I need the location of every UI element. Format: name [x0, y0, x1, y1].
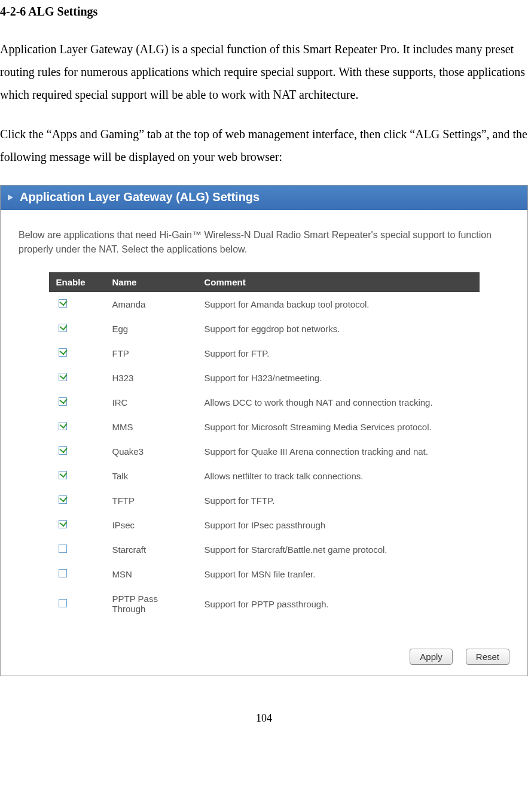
table-row: H323Support for H323/netmeeting. — [49, 366, 480, 390]
table-row: MMSSupport for Microsoft Streaming Media… — [49, 415, 480, 439]
comment-cell: Support for Amanda backup tool protocol. — [197, 292, 480, 317]
comment-cell: Allows netfilter to track talk connectio… — [197, 464, 480, 488]
alg-settings-screenshot: Application Layer Gateway (ALG) Settings… — [0, 185, 528, 676]
enable-cell — [49, 439, 105, 464]
enable-checkbox[interactable] — [59, 373, 67, 381]
name-cell: PPTP Pass Through — [105, 586, 197, 621]
table-row: TalkAllows netfilter to track talk conne… — [49, 464, 480, 488]
name-cell: IPsec — [105, 513, 197, 537]
enable-checkbox[interactable] — [59, 471, 67, 479]
panel-title-bar: Application Layer Gateway (ALG) Settings — [1, 185, 527, 210]
enable-checkbox[interactable] — [59, 348, 67, 357]
comment-cell: Support for H323/netmeeting. — [197, 366, 480, 390]
name-cell: IRC — [105, 390, 197, 415]
comment-cell: Support for TFTP. — [197, 488, 480, 513]
enable-cell — [49, 415, 105, 439]
reset-button[interactable]: Reset — [466, 649, 509, 665]
comment-cell: Support for Microsoft Streaming Media Se… — [197, 415, 480, 439]
section-heading: 4-2-6 ALG Settings — [0, 0, 528, 21]
table-row: Quake3Support for Quake III Arena connec… — [49, 439, 480, 464]
enable-checkbox[interactable] — [59, 299, 67, 308]
intro-paragraph-2: Click the “Apps and Gaming” tab at the t… — [0, 123, 528, 168]
enable-checkbox[interactable] — [59, 446, 67, 455]
table-row: IPsecSupport for IPsec passthrough — [49, 513, 480, 537]
comment-cell: Support for PPTP passthrough. — [197, 586, 480, 621]
enable-checkbox[interactable] — [59, 545, 67, 553]
enable-cell — [49, 341, 105, 366]
name-cell: MMS — [105, 415, 197, 439]
intro-paragraph-1: Application Layer Gateway (ALG) is a spe… — [0, 38, 528, 106]
comment-cell: Support for Quake III Arena connection t… — [197, 439, 480, 464]
comment-cell: Support for FTP. — [197, 341, 480, 366]
button-row: Apply Reset — [1, 639, 527, 676]
enable-checkbox[interactable] — [59, 599, 67, 607]
table-header-row: Enable Name Comment — [49, 272, 480, 292]
enable-cell — [49, 586, 105, 621]
enable-checkbox[interactable] — [59, 422, 67, 430]
panel-description: Below are applications that need Hi-Gain… — [19, 228, 509, 257]
table-row: IRCAllows DCC to work though NAT and con… — [49, 390, 480, 415]
page-number: 104 — [0, 712, 528, 725]
col-header-enable: Enable — [49, 272, 105, 292]
table-row: StarcraftSupport for Starcraft/Battle.ne… — [49, 537, 480, 562]
table-row: MSNSupport for MSN file tranfer. — [49, 562, 480, 586]
chevron-right-icon — [7, 193, 15, 202]
apply-button[interactable]: Apply — [410, 649, 453, 665]
name-cell: Starcraft — [105, 537, 197, 562]
enable-cell — [49, 390, 105, 415]
comment-cell: Support for Starcraft/Battle.net game pr… — [197, 537, 480, 562]
name-cell: Amanda — [105, 292, 197, 317]
table-row: TFTPSupport for TFTP. — [49, 488, 480, 513]
table-row: EggSupport for eggdrop bot networks. — [49, 317, 480, 341]
svg-marker-0 — [8, 194, 13, 200]
enable-cell — [49, 488, 105, 513]
comment-cell: Support for IPsec passthrough — [197, 513, 480, 537]
name-cell: FTP — [105, 341, 197, 366]
alg-table: Enable Name Comment AmandaSupport for Am… — [49, 272, 480, 621]
enable-cell — [49, 317, 105, 341]
name-cell: Talk — [105, 464, 197, 488]
enable-cell — [49, 513, 105, 537]
name-cell: TFTP — [105, 488, 197, 513]
enable-checkbox[interactable] — [59, 569, 67, 577]
enable-cell — [49, 464, 105, 488]
enable-cell — [49, 366, 105, 390]
col-header-name: Name — [105, 272, 197, 292]
name-cell: MSN — [105, 562, 197, 586]
panel-title: Application Layer Gateway (ALG) Settings — [20, 190, 260, 204]
enable-checkbox[interactable] — [59, 495, 67, 504]
enable-checkbox[interactable] — [59, 397, 67, 406]
col-header-comment: Comment — [197, 272, 480, 292]
enable-cell — [49, 537, 105, 562]
comment-cell: Allows DCC to work though NAT and connec… — [197, 390, 480, 415]
enable-cell — [49, 292, 105, 317]
table-row: PPTP Pass ThroughSupport for PPTP passth… — [49, 586, 480, 621]
enable-checkbox[interactable] — [59, 520, 67, 528]
table-row: FTPSupport for FTP. — [49, 341, 480, 366]
enable-cell — [49, 562, 105, 586]
name-cell: Egg — [105, 317, 197, 341]
name-cell: Quake3 — [105, 439, 197, 464]
name-cell: H323 — [105, 366, 197, 390]
table-row: AmandaSupport for Amanda backup tool pro… — [49, 292, 480, 317]
comment-cell: Support for MSN file tranfer. — [197, 562, 480, 586]
comment-cell: Support for eggdrop bot networks. — [197, 317, 480, 341]
enable-checkbox[interactable] — [59, 324, 67, 332]
panel-body: Below are applications that need Hi-Gain… — [1, 210, 527, 639]
